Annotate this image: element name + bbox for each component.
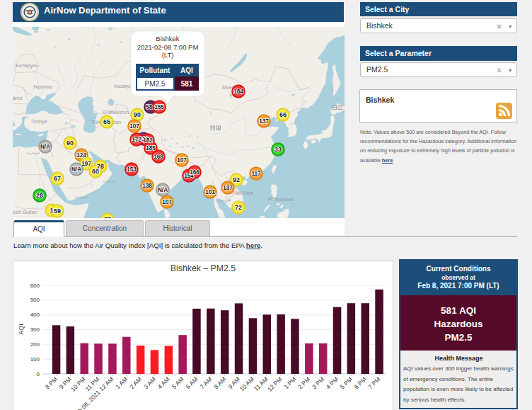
svg-text:72: 72	[235, 204, 242, 211]
svg-text:1: 1	[50, 207, 54, 214]
svg-text:67: 67	[54, 175, 61, 182]
svg-text:90: 90	[134, 111, 141, 118]
svg-text:137: 137	[223, 185, 233, 191]
svg-text:Pollutant: Pollutant	[140, 67, 170, 74]
svg-text:500: 500	[30, 297, 40, 303]
svg-text:N/A: N/A	[158, 187, 168, 193]
svg-text:107: 107	[162, 199, 172, 205]
svg-text:N/A: N/A	[71, 166, 81, 173]
svg-text:Philippines: Philippines	[268, 196, 294, 203]
svg-text:6 PM: 6 PM	[353, 375, 368, 390]
svg-text:182: 182	[143, 137, 153, 144]
svg-text:101: 101	[205, 189, 215, 195]
svg-text:1 AM: 1 AM	[114, 375, 129, 390]
svg-text:N/A: N/A	[40, 144, 50, 150]
svg-text:(LT): (LT)	[162, 51, 174, 59]
svg-text:168: 168	[154, 154, 163, 160]
svg-text:166: 166	[190, 169, 200, 176]
svg-text:197: 197	[81, 161, 91, 167]
svg-text:137: 137	[259, 118, 269, 125]
svg-text:2 PM: 2 PM	[296, 375, 311, 390]
svg-text:5 AM: 5 AM	[170, 375, 185, 390]
svg-text:11 AM: 11 AM	[253, 375, 270, 392]
svg-text:1 PM: 1 PM	[282, 375, 297, 390]
svg-text:172: 172	[132, 137, 141, 143]
svg-text:7 PM: 7 PM	[366, 375, 381, 390]
svg-text:65: 65	[103, 118, 110, 125]
svg-text:124: 124	[76, 152, 86, 159]
svg-text:184: 184	[233, 89, 243, 95]
svg-text:400: 400	[30, 312, 40, 318]
svg-text:8 AM: 8 AM	[212, 375, 227, 390]
svg-text:2 AM: 2 AM	[128, 375, 143, 390]
svg-text:12 PM: 12 PM	[266, 375, 283, 392]
svg-text:60: 60	[92, 168, 99, 175]
svg-text:66: 66	[279, 111, 287, 118]
svg-text:600: 600	[30, 283, 40, 289]
svg-text:O'zbekiston: O'zbekiston	[103, 110, 129, 115]
svg-text:6 AM: 6 AM	[185, 375, 200, 390]
svg-text:AQI: AQI	[18, 324, 25, 335]
svg-text:5 PM: 5 PM	[339, 375, 354, 390]
svg-text:3 AM: 3 AM	[142, 375, 157, 390]
svg-text:107: 107	[129, 123, 139, 130]
svg-text:3 PM: 3 PM	[311, 375, 325, 390]
svg-text:AQI: AQI	[180, 67, 193, 74]
svg-text:138: 138	[142, 183, 152, 189]
svg-text:4 PM: 4 PM	[325, 375, 340, 390]
svg-text:117: 117	[251, 171, 261, 177]
svg-text:PM2.5: PM2.5	[145, 80, 166, 88]
svg-text:Bishkek – PM2.5: Bishkek – PM2.5	[170, 263, 236, 273]
svg-text:59: 59	[54, 207, 61, 215]
svg-text:90: 90	[66, 139, 74, 147]
svg-text:România: România	[13, 95, 22, 101]
svg-text:4 AM: 4 AM	[156, 375, 171, 390]
svg-text:Bishkek: Bishkek	[156, 35, 180, 42]
svg-text:57: 57	[104, 216, 111, 218]
svg-text:South Sudan: South Sudan	[13, 210, 37, 215]
svg-text:8 PM: 8 PM	[44, 375, 59, 390]
svg-text:300: 300	[30, 326, 40, 333]
svg-text:100: 100	[30, 356, 40, 363]
svg-text:200: 200	[30, 341, 40, 348]
svg-text:33: 33	[274, 146, 282, 153]
svg-text:10 AM: 10 AM	[238, 375, 255, 392]
svg-text:92: 92	[233, 176, 240, 183]
svg-text:Украина: Украина	[33, 84, 52, 90]
svg-text:2021-02-08 7:00 PM: 2021-02-08 7:00 PM	[137, 43, 199, 51]
svg-text:153: 153	[127, 166, 137, 173]
svg-text:28: 28	[36, 192, 43, 199]
svg-text:10 PM: 10 PM	[69, 375, 86, 392]
svg-text:Viêt Nam: Viêt Nam	[233, 190, 254, 195]
svg-text:107: 107	[177, 157, 187, 164]
svg-text:Беларусь: Беларусь	[16, 62, 38, 69]
svg-text:Türkiye: Türkiye	[30, 118, 47, 125]
svg-text:7 AM: 7 AM	[199, 375, 214, 390]
svg-text:0: 0	[37, 371, 40, 377]
svg-text:581: 581	[181, 80, 193, 88]
svg-text:155: 155	[154, 104, 164, 110]
svg-text:185: 185	[146, 145, 156, 152]
